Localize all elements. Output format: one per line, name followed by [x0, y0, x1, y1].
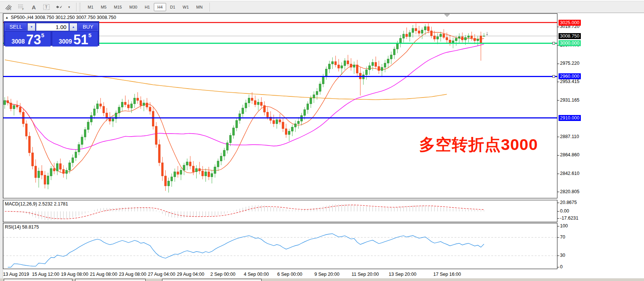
price-tick-label: 2887.110 [560, 134, 579, 139]
price-badge: 2960.000 [559, 73, 581, 79]
collapse-arrow-icon[interactable]: ▲ [5, 16, 9, 19]
time-axis-label: 23 Aug 08:00 [119, 272, 146, 277]
volume-increase-button[interactable]: ▲ [69, 23, 77, 31]
cursor-arrow-mark: ↓ [486, 30, 489, 36]
time-axis-label: 11 Sep 20:00 [352, 272, 379, 277]
buy-price-big: 51 [74, 34, 88, 46]
trade-panel-quotes: 3008 73 5 3009 51 5 [4, 31, 99, 47]
volume-decrease-button[interactable]: ▼ [27, 23, 35, 31]
volume-input[interactable] [36, 23, 69, 31]
time-axis-label: 9 Sep 20:00 [314, 272, 339, 277]
macd-tick-label: 0.00 [560, 208, 569, 214]
rsi-tick-label: 70 [560, 234, 565, 240]
price-badge: 2910.000 [559, 115, 581, 121]
chart-header: ▲ SP500-,H4 3008.750 3012.250 3007.750 3… [5, 15, 116, 20]
price-tick-label: 2953.415 [560, 79, 579, 84]
time-axis-label: 17 Sep 16:00 [433, 272, 461, 277]
time-axis-label: 2 Sep 00:00 [210, 272, 235, 277]
macd-tick-label: 20.8675 [560, 200, 577, 205]
time-axis-label: 27 Aug 04:00 [148, 272, 175, 277]
price-tick-label: 2820.805 [560, 189, 579, 194]
sell-quote[interactable]: 3008 73 5 [5, 32, 51, 47]
chart-text-annotation[interactable]: 多空转折点3000 [419, 134, 538, 156]
price-tick-label: 2931.165 [560, 98, 579, 103]
time-axis-label: 21 Aug 08:00 [90, 272, 117, 277]
chart-tab-strip [0, 278, 644, 281]
sell-button[interactable]: SELL [5, 23, 27, 31]
time-axis-label: 13 Aug 2019 [3, 272, 29, 277]
price-tick-label: 2864.860 [560, 152, 579, 157]
time-axis-label: 6 Sep 00:00 [277, 272, 302, 277]
buy-price-small: 3009 [59, 38, 72, 46]
price-tick-label: 2842.610 [560, 171, 579, 176]
sell-price-big: 73 [26, 34, 41, 46]
price-tick-label: 2975.220 [560, 61, 579, 66]
time-axis-label: 4 Sep 00:00 [244, 272, 269, 277]
trade-panel-controls: SELL ▼ ▲ BUY [4, 22, 99, 31]
chart-tab-stub[interactable] [75, 279, 146, 281]
price-badge: 3025.000 [559, 20, 581, 26]
rsi-tick-label: 100 [560, 223, 568, 229]
macd-tick-label: -17.6231 [560, 215, 578, 221]
sell-price-sup: 5 [41, 32, 44, 38]
buy-quote[interactable]: 3009 51 5 [52, 32, 98, 47]
time-axis-label: 19 Aug 08:00 [61, 272, 88, 277]
chart-tab-stub[interactable] [162, 279, 262, 281]
one-click-trade-panel: SELL ▼ ▲ BUY 3008 73 5 3009 51 5 [4, 21, 99, 46]
time-axis-label: 13 Sep 20:00 [389, 272, 416, 277]
price-badge: 3000.000 [559, 40, 581, 46]
macd-label: MACD(12,26,9) 2.5232 2.1781 [5, 201, 68, 207]
rsi-tick-label: 0 [560, 264, 563, 269]
symbol-ohlc-text: SP500-,H4 3008.750 3012.250 3007.750 300… [11, 15, 116, 20]
time-axis-label: 29 Aug 04:00 [177, 272, 204, 277]
chart-tab-stub[interactable] [4, 279, 72, 281]
sell-price-small: 3008 [12, 38, 25, 46]
time-axis-label: 15 Aug 12:00 [32, 272, 59, 277]
price-badge: 3008.750 [559, 33, 581, 39]
buy-button[interactable]: BUY [78, 23, 98, 31]
buy-price-sup: 5 [88, 32, 91, 38]
rsi-tick-label: 30 [560, 253, 565, 258]
rsi-label: RSI(14) 58.8175 [5, 224, 39, 230]
